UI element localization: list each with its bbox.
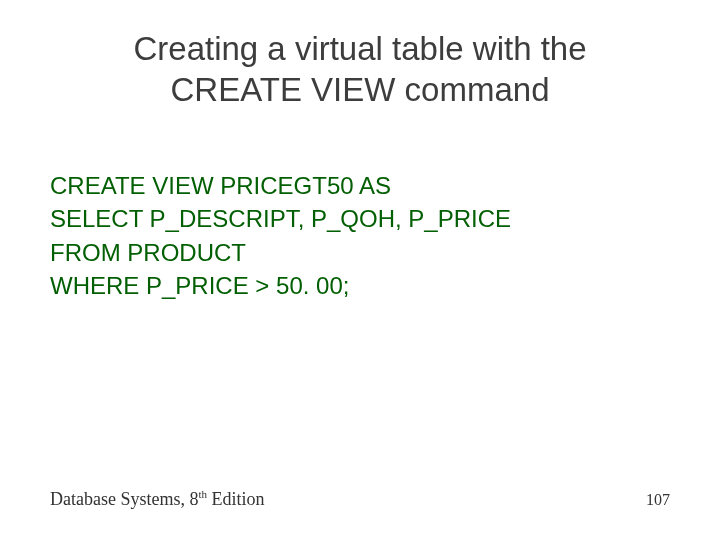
code-line-2: SELECT P_DESCRIPT, P_QOH, P_PRICE <box>50 202 670 236</box>
sql-code-block: CREATE VIEW PRICEGT50 AS SELECT P_DESCRI… <box>50 169 670 303</box>
slide-footer: Database Systems, 8th Edition 107 <box>50 488 670 510</box>
footer-ordinal: th <box>198 488 207 500</box>
footer-page-number: 107 <box>646 491 670 509</box>
code-line-1: CREATE VIEW PRICEGT50 AS <box>50 169 670 203</box>
footer-book-title: Database Systems, 8th Edition <box>50 488 265 510</box>
slide-title: Creating a virtual table with the CREATE… <box>50 28 670 111</box>
code-line-3: FROM PRODUCT <box>50 236 670 270</box>
code-line-4: WHERE P_PRICE > 50. 00; <box>50 269 670 303</box>
footer-book-suffix: Edition <box>207 489 265 509</box>
footer-book-prefix: Database Systems, 8 <box>50 489 198 509</box>
slide: Creating a virtual table with the CREATE… <box>0 0 720 540</box>
